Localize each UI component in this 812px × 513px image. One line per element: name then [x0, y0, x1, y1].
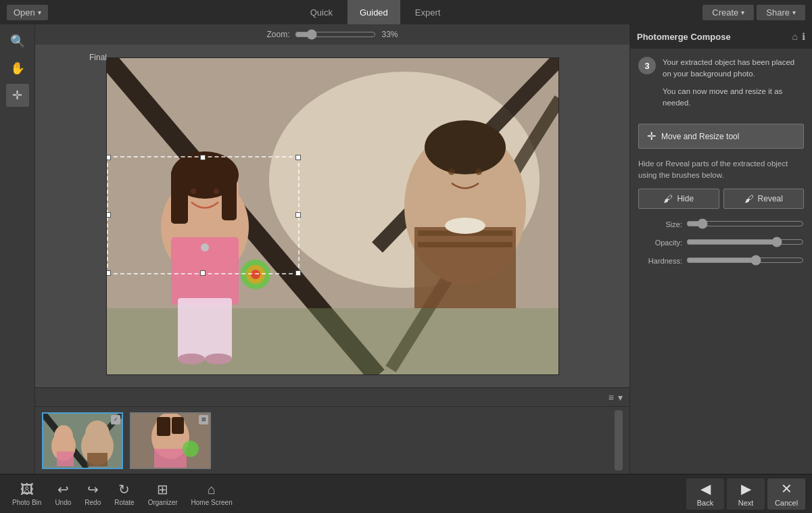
svg-point-35 — [85, 420, 110, 447]
rotate-label: Rotate — [114, 499, 134, 506]
canvas-area: Zoom: 33% Final — [35, 24, 629, 474]
svg-rect-27 — [178, 298, 232, 359]
hardness-slider-row: Hardness: — [638, 255, 804, 268]
opacity-label: Opacity: — [638, 239, 682, 247]
redo-label: Redo — [85, 499, 101, 506]
move-resize-label: Move and Resize tool — [661, 132, 739, 141]
organizer-button[interactable]: ⊞ Organizer — [143, 479, 183, 509]
svg-point-12 — [448, 168, 455, 175]
organizer-icon: ⊞ — [157, 481, 168, 497]
move-resize-icon: ✛ — [647, 130, 656, 143]
child-overlay — [107, 149, 303, 375]
svg-rect-37 — [57, 451, 74, 466]
filmstrip-thumb-2 — [131, 414, 210, 468]
reveal-label: Reveal — [758, 194, 783, 203]
svg-point-20 — [191, 189, 196, 194]
undo-icon: ↩ — [57, 481, 69, 497]
brush-description: Hide or Reveal parts of the extracted ob… — [638, 158, 804, 182]
move-and-resize-button[interactable]: ✛ Move and Resize tool — [638, 124, 804, 149]
size-label: Size: — [638, 220, 682, 228]
tab-expert[interactable]: Expert — [403, 0, 453, 24]
hardness-slider-wrapper — [686, 255, 804, 268]
photo-bin-button[interactable]: 🖼 Photo Bin — [7, 479, 47, 509]
share-button[interactable]: Share ▾ — [757, 5, 805, 20]
filmstrip: ✓ ⊠ — [35, 406, 629, 474]
svg-point-26 — [251, 270, 260, 279]
create-label: Create — [712, 7, 738, 18]
move-resize-tool-btn[interactable]: ✛ — [6, 84, 29, 107]
main-area: 🔍 ✋ ✛ Zoom: 33% Final — [0, 24, 812, 474]
top-bar: Open ▾ Quick Guided Expert Create ▾ Shar… — [0, 0, 812, 24]
open-label: Open — [14, 7, 35, 18]
cancel-icon: ✕ — [781, 481, 792, 497]
open-button[interactable]: Open ▾ — [7, 5, 48, 20]
back-button[interactable]: ◀ Back — [686, 479, 724, 510]
share-dropdown-arrow: ▾ — [792, 9, 796, 16]
opacity-slider[interactable] — [686, 237, 804, 247]
canvas-view[interactable]: Final — [35, 45, 629, 387]
svg-rect-18 — [171, 170, 188, 224]
svg-rect-9 — [414, 227, 516, 308]
filmstrip-scrollbar[interactable] — [615, 410, 623, 470]
reveal-button[interactable]: 🖌 Reveal — [723, 189, 805, 209]
reveal-icon: 🖌 — [744, 193, 754, 204]
zoom-slider[interactable] — [295, 29, 376, 40]
zoom-label: Zoom: — [266, 30, 289, 39]
panel-icons: ⌂ ℹ — [792, 31, 805, 42]
collapse-chevron-icon: ▾ — [618, 392, 623, 403]
panel-home-icon[interactable]: ⌂ — [792, 31, 798, 42]
hand-tool[interactable]: ✋ — [6, 57, 29, 80]
svg-point-13 — [475, 168, 482, 175]
redo-button[interactable]: ↪ Redo — [79, 479, 106, 509]
filmstrip-item-2[interactable]: ⊠ — [130, 412, 211, 469]
left-toolbar: 🔍 ✋ ✛ — [0, 24, 35, 474]
organizer-label: Organizer — [148, 499, 178, 506]
tab-quick[interactable]: Quick — [298, 0, 345, 24]
svg-point-28 — [178, 353, 205, 364]
hardness-slider[interactable] — [686, 255, 804, 266]
next-button[interactable]: ▶ Next — [727, 479, 765, 510]
hide-button[interactable]: 🖌 Hide — [638, 189, 719, 209]
redo-icon: ↪ — [87, 481, 99, 497]
collapse-lines-icon: ≡ — [608, 392, 614, 403]
cancel-button[interactable]: ✕ Cancel — [767, 479, 805, 510]
back-label: Back — [697, 499, 713, 507]
svg-point-45 — [183, 441, 199, 457]
canvas-image-wrapper — [106, 57, 559, 375]
opacity-slider-wrapper — [686, 237, 804, 249]
create-button[interactable]: Create ▾ — [702, 5, 754, 20]
step-desc2: You can now move and resize it as needed… — [663, 86, 804, 109]
zoom-tool[interactable]: 🔍 — [6, 30, 29, 53]
home-screen-icon: ⌂ — [208, 482, 216, 497]
svg-rect-38 — [87, 453, 108, 466]
zoom-bar: Zoom: 33% — [35, 24, 629, 45]
svg-rect-44 — [154, 449, 187, 468]
undo-button[interactable]: ↩ Undo — [49, 479, 76, 509]
rotate-button[interactable]: ↻ Rotate — [109, 479, 139, 509]
size-slider-wrapper — [686, 218, 804, 231]
rotate-icon: ↻ — [118, 481, 130, 497]
panel-title: Photomerge Compose — [637, 32, 731, 42]
svg-point-36 — [54, 425, 73, 448]
photo-bin-label: Photo Bin — [12, 499, 41, 506]
undo-label: Undo — [55, 499, 71, 506]
step-row: 3 Your extracted object has been placed … — [638, 57, 804, 114]
right-panel: Photomerge Compose ⌂ ℹ 3 Your extracted … — [629, 24, 812, 474]
photo-bin-icon: 🖼 — [20, 482, 34, 497]
tab-guided[interactable]: Guided — [348, 0, 400, 24]
bottom-toolbar: 🖼 Photo Bin ↩ Undo ↪ Redo ↻ Rotate ⊞ Org… — [0, 474, 812, 513]
svg-rect-11 — [418, 242, 512, 247]
bottom-right-nav: ◀ Back ▶ Next ✕ Cancel — [686, 479, 805, 510]
size-slider[interactable] — [686, 218, 804, 229]
zoom-value: 33% — [381, 30, 398, 39]
panel-info-icon[interactable]: ℹ — [802, 31, 805, 42]
collapse-bar: ≡ ▾ — [35, 387, 629, 406]
open-dropdown-arrow: ▾ — [38, 9, 41, 16]
hide-label: Hide — [677, 194, 694, 203]
svg-point-23 — [201, 243, 209, 251]
svg-rect-42 — [157, 417, 170, 436]
bottom-left-tools: 🖼 Photo Bin ↩ Undo ↪ Redo ↻ Rotate ⊞ Org… — [7, 479, 686, 509]
filmstrip-item-1[interactable]: ✓ — [42, 412, 123, 469]
home-screen-button[interactable]: ⌂ Home Screen — [186, 479, 238, 509]
create-dropdown-arrow: ▾ — [741, 9, 744, 16]
